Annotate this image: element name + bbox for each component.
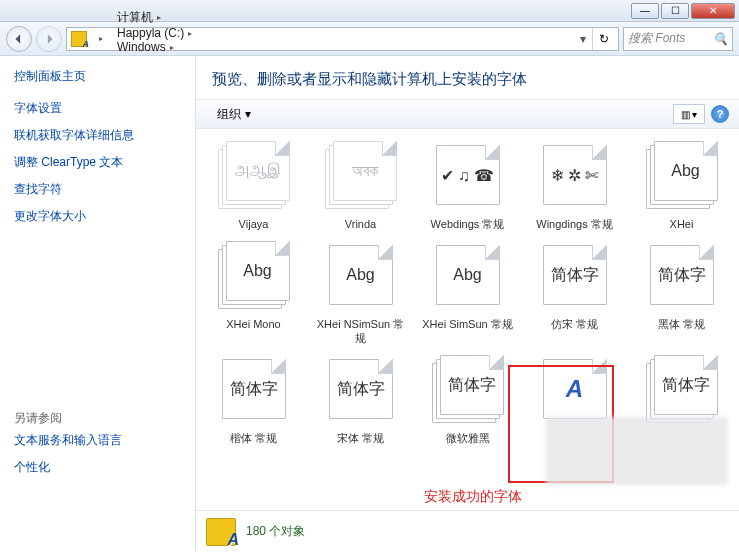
font-label: 微软雅黑 — [446, 431, 490, 445]
organize-label: 组织 — [217, 106, 241, 123]
obscured-region — [546, 417, 728, 485]
font-item[interactable]: 简体字微软雅黑 — [416, 353, 519, 447]
sidebar-link-2[interactable]: 调整 ClearType 文本 — [14, 149, 181, 176]
forward-button[interactable] — [36, 26, 62, 52]
font-label: Vrinda — [345, 217, 376, 231]
font-label: 楷体 常规 — [230, 431, 277, 445]
status-bar: 180 个对象 — [196, 510, 739, 552]
folder-fonts-icon — [71, 31, 87, 47]
see-also-heading: 另请参阅 — [14, 410, 181, 427]
organize-button[interactable]: 组织 ▾ — [206, 102, 262, 127]
font-item[interactable]: ✔ ♫ ☎Webdings 常规 — [416, 139, 519, 233]
font-preview-icon: அஆஇ — [214, 141, 294, 213]
font-label: XHei — [670, 217, 694, 231]
font-preview-icon: 简体字 — [428, 355, 508, 427]
control-panel-home-link[interactable]: 控制面板主页 — [14, 69, 86, 83]
font-item[interactable]: AbgXHei Mono — [202, 239, 305, 347]
font-preview-icon: Abg — [428, 241, 508, 313]
font-preview-icon: 简体字 — [642, 241, 722, 313]
font-preview-icon: ❄ ✲ ✄ — [535, 141, 615, 213]
font-label: Wingdings 常规 — [536, 217, 612, 231]
font-item[interactable]: 简体字宋体 常规 — [309, 353, 412, 447]
font-item[interactable]: AbgXHei SimSun 常规 — [416, 239, 519, 347]
font-preview-icon: Abg — [214, 241, 294, 313]
toolbar: 组织 ▾ ▥ ▾ ? — [196, 99, 739, 129]
close-button[interactable]: ✕ — [691, 3, 735, 19]
font-preview-icon: Abg — [321, 241, 401, 313]
crumb-sep[interactable]: ▸ — [87, 34, 109, 43]
font-label: 宋体 常规 — [337, 431, 384, 445]
font-preview-icon: অবক — [321, 141, 401, 213]
breadcrumb-2[interactable]: Windows▸ — [109, 40, 198, 54]
address-bar[interactable]: ▸ 计算机▸Happyla (C:)▸Windows▸Fonts▸ ▾ ↻ — [66, 27, 619, 51]
help-button[interactable]: ? — [711, 105, 729, 123]
page-heading: 预览、删除或者显示和隐藏计算机上安装的字体 — [196, 56, 739, 99]
font-item[interactable]: ❄ ✲ ✄Wingdings 常规 — [523, 139, 626, 233]
content-pane: 预览、删除或者显示和隐藏计算机上安装的字体 组织 ▾ ▥ ▾ ? அஆஇVija… — [196, 56, 739, 552]
navigation-bar: ▸ 计算机▸Happyla (C:)▸Windows▸Fonts▸ ▾ ↻ 搜索… — [0, 22, 739, 56]
font-label: Webdings 常规 — [431, 217, 505, 231]
search-input[interactable]: 搜索 Fonts 🔍 — [623, 27, 733, 51]
font-item[interactable]: 简体字楷体 常规 — [202, 353, 305, 447]
font-item[interactable]: AbgXHei — [630, 139, 733, 233]
chevron-down-icon: ▾ — [245, 107, 251, 121]
see-also-link-1[interactable]: 个性化 — [14, 454, 181, 481]
font-preview-icon: 简体字 — [535, 241, 615, 313]
breadcrumb-0[interactable]: 计算机▸ — [109, 9, 198, 26]
annotation-text: 安装成功的字体 — [424, 488, 522, 506]
breadcrumb-1[interactable]: Happyla (C:)▸ — [109, 26, 198, 40]
sidebar: 控制面板主页 字体设置联机获取字体详细信息调整 ClearType 文本查找字符… — [0, 56, 196, 552]
font-grid: அஆஇVijayaঅবকVrinda✔ ♫ ☎Webdings 常规❄ ✲ ✄W… — [202, 139, 733, 447]
font-label: 黑体 常规 — [658, 317, 705, 331]
font-preview-icon: 简体字 — [321, 355, 401, 427]
font-label: Vijaya — [239, 217, 269, 231]
folder-fonts-icon — [206, 518, 236, 546]
status-text: 180 个对象 — [246, 523, 305, 540]
font-item[interactable]: 简体字仿宋 常规 — [523, 239, 626, 347]
font-label: XHei NSimSun 常规 — [313, 317, 409, 345]
view-options-button[interactable]: ▥ ▾ — [673, 104, 705, 124]
font-preview-icon: Abg — [642, 141, 722, 213]
search-icon: 🔍 — [713, 32, 728, 46]
sidebar-link-3[interactable]: 查找字符 — [14, 176, 181, 203]
font-label: 仿宋 常规 — [551, 317, 598, 331]
font-item[interactable]: அஆஇVijaya — [202, 139, 305, 233]
maximize-button[interactable]: ☐ — [661, 3, 689, 19]
font-item[interactable]: 简体字黑体 常规 — [630, 239, 733, 347]
refresh-button[interactable]: ↻ — [592, 28, 614, 50]
font-preview-icon: 简体字 — [214, 355, 294, 427]
minimize-button[interactable]: — — [631, 3, 659, 19]
sidebar-link-0[interactable]: 字体设置 — [14, 95, 181, 122]
font-item[interactable]: AbgXHei NSimSun 常规 — [309, 239, 412, 347]
see-also-link-0[interactable]: 文本服务和输入语言 — [14, 427, 181, 454]
font-label: XHei Mono — [226, 317, 280, 331]
back-button[interactable] — [6, 26, 32, 52]
font-label: XHei SimSun 常规 — [422, 317, 512, 331]
font-grid-wrap[interactable]: அஆஇVijayaঅবকVrinda✔ ♫ ☎Webdings 常规❄ ✲ ✄W… — [196, 129, 739, 510]
search-placeholder: 搜索 Fonts — [628, 30, 685, 47]
font-item[interactable]: অবকVrinda — [309, 139, 412, 233]
font-preview-icon: ✔ ♫ ☎ — [428, 141, 508, 213]
sidebar-link-4[interactable]: 更改字体大小 — [14, 203, 181, 230]
address-dropdown[interactable]: ▾ — [576, 32, 590, 46]
sidebar-link-1[interactable]: 联机获取字体详细信息 — [14, 122, 181, 149]
